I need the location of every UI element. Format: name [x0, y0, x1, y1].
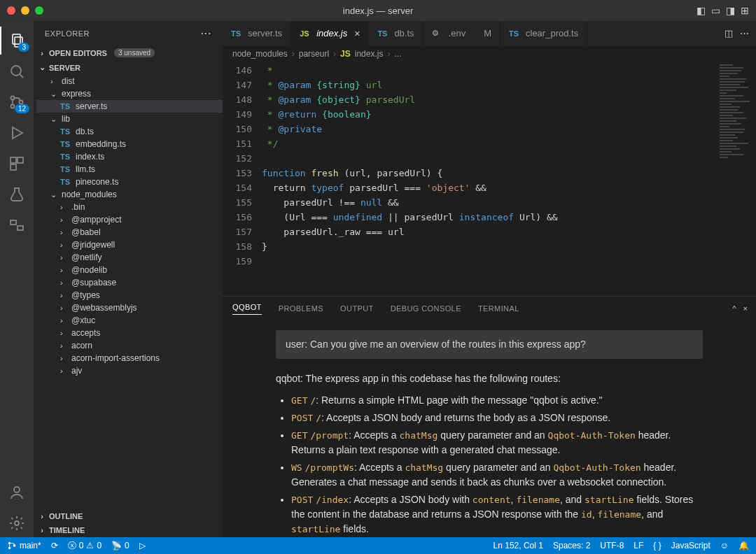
- file-db-ts[interactable]: TSdb.ts: [36, 125, 223, 138]
- sidebar-title: EXPLORER: [45, 29, 90, 38]
- folder-ampproject[interactable]: ›@ampproject: [36, 213, 223, 226]
- timeline-section[interactable]: › TIMELINE: [34, 523, 223, 537]
- close-icon[interactable]: ×: [354, 28, 360, 39]
- folder-accepts[interactable]: ›accepts: [36, 327, 223, 339]
- folder-babel[interactable]: ›@babel: [36, 226, 223, 239]
- panel-maximize-icon[interactable]: ^: [732, 304, 736, 313]
- editor-body[interactable]: 146147148 149150151 152153154 155156157 …: [223, 62, 756, 296]
- testing-icon[interactable]: [0, 180, 34, 208]
- svg-rect-9: [10, 164, 16, 170]
- status-feedback-icon[interactable]: ☺: [720, 541, 729, 551]
- status-bar: main* ⟳ ⓧ 0 ⚠ 0 📡 0 ▷ Ln 152, Col 1 Spac…: [0, 537, 756, 554]
- status-port[interactable]: 📡 0: [111, 541, 130, 551]
- extensions-icon[interactable]: [0, 150, 34, 178]
- titlebar: index.js — server ◧ ▭ ◨ ⊞: [0, 0, 756, 21]
- status-branch[interactable]: main*: [7, 541, 41, 551]
- panel-tab-qqbot[interactable]: QQBOT: [232, 303, 262, 315]
- outline-section[interactable]: › OUTLINE: [34, 509, 223, 523]
- panel-tab-output[interactable]: OUTPUT: [340, 304, 374, 313]
- folder-webassemblyjs[interactable]: ›@webassemblyjs: [36, 301, 223, 314]
- editor-tabs: TSserver.ts JSindex.js× TSdb.ts ⚙.envM T…: [223, 21, 756, 46]
- maximize-window-icon[interactable]: [35, 6, 43, 15]
- explorer-icon[interactable]: 3: [0, 27, 34, 55]
- folder-jridgewell[interactable]: ›@jridgewell: [36, 239, 223, 251]
- file-server-ts[interactable]: TSserver.ts: [36, 100, 223, 113]
- panel-body: user: Can you give me an overview of the…: [223, 320, 756, 537]
- file-embedding-ts[interactable]: TSembedding.ts: [36, 138, 223, 150]
- panel-right-icon[interactable]: ◨: [726, 5, 735, 16]
- status-sync[interactable]: ⟳: [51, 541, 58, 551]
- split-editor-icon[interactable]: ◫: [724, 28, 733, 38]
- activity-bar: 3 12: [0, 21, 34, 537]
- tab-env[interactable]: ⚙.envM: [424, 21, 500, 45]
- status-spaces[interactable]: Spaces: 2: [553, 541, 590, 551]
- folder-lib[interactable]: ⌄lib: [36, 113, 223, 125]
- folder-netlify[interactable]: ›@netlify: [36, 251, 223, 264]
- svg-point-15: [8, 547, 11, 550]
- folder-nodelib[interactable]: ›@nodelib: [36, 264, 223, 276]
- chevron-right-icon: ›: [38, 49, 46, 57]
- route-item: GET /: Returns a simple HTML page with t…: [291, 393, 703, 408]
- panel-tab-terminal[interactable]: TERMINAL: [478, 304, 519, 313]
- panel-left-icon[interactable]: ◧: [696, 5, 706, 16]
- server-section[interactable]: ⌄ SERVER: [34, 60, 223, 75]
- code-content[interactable]: * * @param {string} url * @param {object…: [262, 62, 714, 296]
- svg-point-2: [11, 66, 21, 76]
- breadcrumb[interactable]: node_modules› parseurl› JSindex.js› ...: [223, 46, 756, 62]
- tab-db[interactable]: TSdb.ts: [369, 21, 423, 45]
- layout-grid-icon[interactable]: ⊞: [741, 5, 749, 16]
- file-index-ts[interactable]: TSindex.ts: [36, 150, 223, 163]
- settings-gear-icon[interactable]: [0, 509, 34, 537]
- unsaved-badge: 3 unsaved: [114, 48, 155, 57]
- file-llm-ts[interactable]: TSllm.ts: [36, 163, 223, 176]
- panel-tab-problems[interactable]: PROBLEMS: [279, 304, 323, 313]
- status-eol[interactable]: LF: [634, 541, 643, 551]
- svg-point-13: [15, 521, 19, 525]
- route-item: POST /index: Accepts a JSON body with co…: [291, 492, 703, 537]
- scm-badge: 12: [15, 104, 29, 113]
- file-pinecone-ts[interactable]: TSpinecone.ts: [36, 176, 223, 188]
- open-editors-section[interactable]: › OPEN EDITORS 3 unsaved: [34, 45, 223, 60]
- panel-tab-debug[interactable]: DEBUG CONSOLE: [391, 304, 461, 313]
- close-window-icon[interactable]: [7, 6, 15, 15]
- panel-bottom-icon[interactable]: ▭: [711, 5, 720, 16]
- minimize-window-icon[interactable]: [21, 6, 29, 15]
- chat-bot-routes: GET /: Returns a simple HTML page with t…: [276, 393, 703, 537]
- svg-point-14: [8, 542, 11, 545]
- window-controls: [7, 6, 43, 15]
- folder-xtuc[interactable]: ›@xtuc: [36, 314, 223, 327]
- folder-acorn[interactable]: ›acorn: [36, 339, 223, 352]
- tab-clear-prod[interactable]: TSclear_prod.ts: [500, 21, 587, 45]
- line-gutter: 146147148 149150151 152153154 155156157 …: [223, 62, 262, 296]
- status-braces[interactable]: { }: [653, 541, 661, 551]
- source-control-icon[interactable]: 12: [0, 88, 34, 116]
- status-encoding[interactable]: UTF-8: [600, 541, 624, 551]
- accounts-icon[interactable]: [0, 478, 34, 506]
- more-actions-icon[interactable]: ⋯: [740, 28, 749, 38]
- tab-server[interactable]: TSserver.ts: [223, 21, 291, 45]
- folder-acorn-import[interactable]: ›acorn-import-assertions: [36, 352, 223, 364]
- minimap[interactable]: [714, 62, 756, 296]
- layout-controls: ◧ ▭ ◨ ⊞: [696, 5, 749, 16]
- folder-bin[interactable]: ›.bin: [36, 201, 223, 213]
- status-bell-icon[interactable]: 🔔: [738, 541, 749, 551]
- panel-close-icon[interactable]: ×: [743, 304, 748, 313]
- status-language[interactable]: JavaScript: [671, 541, 710, 551]
- search-icon[interactable]: [0, 57, 34, 85]
- folder-node-modules[interactable]: ⌄node_modules: [36, 188, 223, 201]
- status-cursor-pos[interactable]: Ln 152, Col 1: [493, 541, 543, 551]
- run-debug-icon[interactable]: [0, 119, 34, 147]
- status-errors[interactable]: ⓧ 0 ⚠ 0: [68, 540, 102, 552]
- folder-ajv[interactable]: ›ajv: [36, 364, 223, 377]
- status-broadcast[interactable]: ▷: [139, 541, 146, 551]
- folder-express[interactable]: ⌄express: [36, 87, 223, 100]
- panel-tabs: QQBOT PROBLEMS OUTPUT DEBUG CONSOLE TERM…: [223, 297, 756, 320]
- sidebar: EXPLORER ⋯ › OPEN EDITORS 3 unsaved ⌄ SE…: [34, 21, 223, 537]
- chevron-down-icon: ⌄: [38, 63, 46, 72]
- folder-supabase[interactable]: ›@supabase: [36, 276, 223, 289]
- folder-dist[interactable]: ›dist: [36, 75, 223, 87]
- folder-types[interactable]: ›@types: [36, 289, 223, 301]
- remote-icon[interactable]: [0, 211, 34, 239]
- tab-index[interactable]: JSindex.js×: [291, 21, 369, 45]
- sidebar-more-icon[interactable]: ⋯: [200, 27, 212, 40]
